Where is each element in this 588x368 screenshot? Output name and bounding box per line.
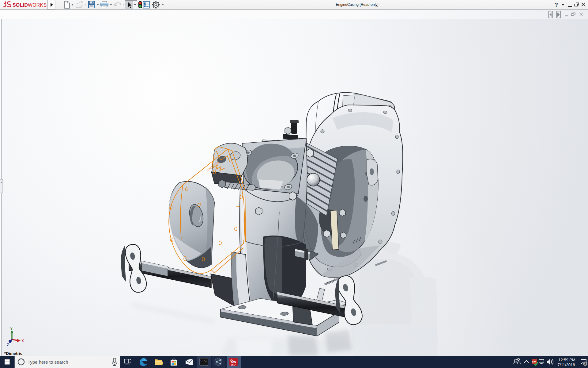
svg-text:X: X	[21, 339, 24, 343]
svg-text:SW: SW	[231, 360, 236, 364]
svg-text:sw: sw	[532, 360, 536, 363]
svg-text:Z: Z	[7, 343, 9, 347]
svg-text:*Dimetric: *Dimetric	[4, 351, 23, 356]
svg-text:Type here to search: Type here to search	[28, 359, 68, 365]
svg-text:C:\_: C:\_	[201, 359, 206, 362]
svg-text:3: 3	[584, 362, 586, 366]
svg-text:?: ?	[555, 2, 558, 8]
svg-text:SOLIDWORKS: SOLIDWORKS	[13, 2, 47, 8]
svg-text:2017: 2017	[231, 364, 236, 366]
svg-text:12:59 PM: 12:59 PM	[558, 358, 575, 362]
svg-text:7/11/2018: 7/11/2018	[558, 362, 575, 367]
